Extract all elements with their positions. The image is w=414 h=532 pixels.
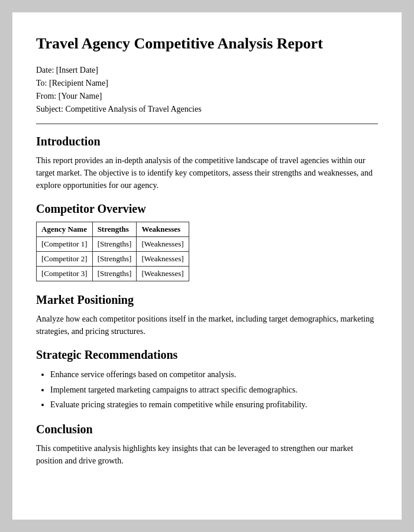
introduction-heading: Introduction: [36, 135, 378, 148]
table-cell: [Weaknesses]: [137, 266, 189, 281]
col-strengths: Strengths: [92, 222, 137, 236]
list-item: Enhance service offerings based on compe…: [50, 368, 378, 382]
table-cell: [Strengths]: [92, 266, 137, 281]
strategic-recommendations-list: Enhance service offerings based on compe…: [36, 368, 378, 412]
document-title: Travel Agency Competitive Analysis Repor…: [36, 34, 378, 54]
meta-subject: Subject: Competitive Analysis of Travel …: [36, 105, 378, 114]
conclusion-body: This competitive analysis highlights key…: [36, 442, 378, 467]
introduction-body: This report provides an in-depth analysi…: [36, 154, 378, 192]
table-row: [Competitor 3][Strengths][Weaknesses]: [37, 266, 189, 281]
meta-from: From: [Your Name]: [36, 92, 378, 101]
table-row: [Competitor 1][Strengths][Weaknesses]: [37, 236, 189, 251]
list-item: Evaluate pricing strategies to remain co…: [50, 398, 378, 412]
table-cell: [Competitor 2]: [37, 251, 93, 266]
conclusion-heading: Conclusion: [36, 423, 378, 436]
market-positioning-body: Analyze how each competitor positions it…: [36, 313, 378, 338]
col-agency-name: Agency Name: [37, 222, 93, 236]
table-cell: [Competitor 3]: [37, 266, 93, 281]
table-cell: [Competitor 1]: [37, 236, 93, 251]
market-positioning-heading: Market Positioning: [36, 293, 378, 307]
table-cell: [Strengths]: [92, 251, 137, 266]
table-cell: [Strengths]: [92, 236, 137, 251]
meta-date: Date: [Insert Date]: [36, 66, 378, 75]
table-row: [Competitor 2][Strengths][Weaknesses]: [37, 251, 189, 266]
table-cell: [Weaknesses]: [137, 236, 189, 251]
section-divider: [36, 124, 378, 124]
competitor-table: Agency Name Strengths Weaknesses [Compet…: [36, 222, 189, 281]
col-weaknesses: Weaknesses: [137, 222, 189, 236]
table-header-row: Agency Name Strengths Weaknesses: [37, 222, 189, 236]
competitor-overview-heading: Competitor Overview: [36, 202, 378, 216]
table-cell: [Weaknesses]: [137, 251, 189, 266]
meta-to: To: [Recipient Name]: [36, 79, 378, 88]
list-item: Implement targeted marketing campaigns t…: [50, 383, 378, 397]
document-container: Travel Agency Competitive Analysis Repor…: [12, 12, 402, 520]
strategic-recommendations-heading: Strategic Recommendations: [36, 348, 378, 362]
